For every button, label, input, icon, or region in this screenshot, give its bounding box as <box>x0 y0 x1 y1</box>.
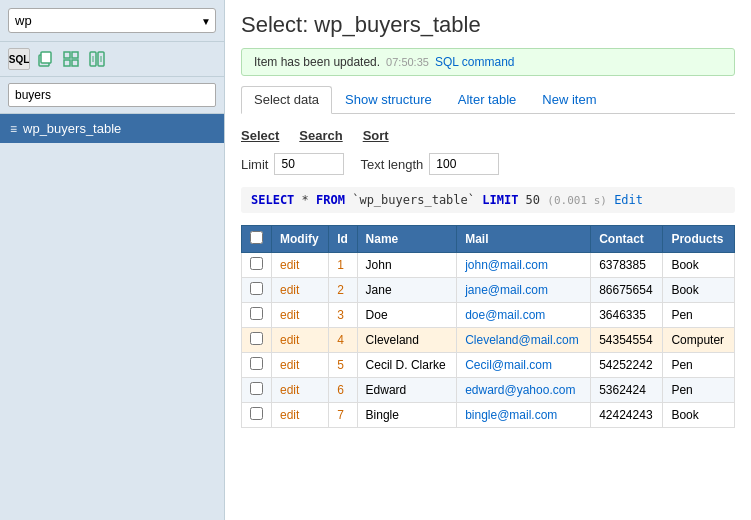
header-contact: Contact <box>591 226 663 253</box>
row-products: Book <box>663 253 735 278</box>
row-products: Pen <box>663 378 735 403</box>
success-message-text: Item has been updated. <box>254 55 380 69</box>
tab-new-item[interactable]: New item <box>529 86 609 113</box>
sidebar-top: wp ▼ <box>0 0 224 42</box>
table-row: edit 2 Jane jane@mail.com 86675654 Book <box>242 278 735 303</box>
row-edit-cell: edit <box>272 278 329 303</box>
header-checkbox <box>242 226 272 253</box>
tab-alter-table[interactable]: Alter table <box>445 86 530 113</box>
row-name: Cleveland <box>357 328 457 353</box>
row-id: 5 <box>329 353 357 378</box>
limit-input[interactable] <box>274 153 344 175</box>
row-name: John <box>357 253 457 278</box>
header-modify: Modify <box>272 226 329 253</box>
table-header-row: Modify Id Name Mail Contact Products <box>242 226 735 253</box>
select-filter-label[interactable]: Select <box>241 128 279 143</box>
table-row: edit 6 Edward edward@yahoo.com 5362424 P… <box>242 378 735 403</box>
header-mail: Mail <box>457 226 591 253</box>
sidebar-item-wp-buyers-table[interactable]: ≡ wp_buyers_table <box>0 114 224 143</box>
mail-link[interactable]: Cleveland@mail.com <box>465 333 579 347</box>
mail-link[interactable]: jane@mail.com <box>465 283 548 297</box>
svg-rect-1 <box>41 52 51 63</box>
row-mail: Cleveland@mail.com <box>457 328 591 353</box>
sql-table-name: `wp_buyers_table` <box>352 193 482 207</box>
page-title: Select: wp_buyers_table <box>241 12 735 38</box>
text-length-input[interactable] <box>429 153 499 175</box>
row-checkbox[interactable] <box>250 407 263 420</box>
row-checkbox[interactable] <box>250 257 263 270</box>
row-id: 1 <box>329 253 357 278</box>
row-id: 3 <box>329 303 357 328</box>
row-mail: doe@mail.com <box>457 303 591 328</box>
edit-link[interactable]: edit <box>280 408 299 422</box>
limit-group: Limit <box>241 153 344 175</box>
edit-link[interactable]: edit <box>280 358 299 372</box>
db-select-wrapper: wp ▼ <box>8 8 216 33</box>
row-products: Pen <box>663 353 735 378</box>
row-name: Jane <box>357 278 457 303</box>
mail-link[interactable]: edward@yahoo.com <box>465 383 575 397</box>
tab-select-data[interactable]: Select data <box>241 86 332 114</box>
sort-filter-label[interactable]: Sort <box>363 128 389 143</box>
row-name: Doe <box>357 303 457 328</box>
row-contact: 3646335 <box>591 303 663 328</box>
edit-link[interactable]: edit <box>280 383 299 397</box>
row-id: 6 <box>329 378 357 403</box>
row-id: 4 <box>329 328 357 353</box>
table-row: edit 5 Cecil D. Clarke Cecil@mail.com 54… <box>242 353 735 378</box>
success-time: 07:50:35 <box>386 56 429 68</box>
edit-link[interactable]: edit <box>280 258 299 272</box>
row-checkbox-cell <box>242 403 272 428</box>
row-contact: 6378385 <box>591 253 663 278</box>
sql-command-link[interactable]: SQL command <box>435 55 515 69</box>
success-banner: Item has been updated. 07:50:35 SQL comm… <box>241 48 735 76</box>
table-search-input[interactable] <box>8 83 216 107</box>
mail-link[interactable]: doe@mail.com <box>465 308 545 322</box>
row-edit-cell: edit <box>272 253 329 278</box>
search-filter-label[interactable]: Search <box>299 128 342 143</box>
row-checkbox[interactable] <box>250 282 263 295</box>
row-checkbox[interactable] <box>250 382 263 395</box>
row-products: Pen <box>663 303 735 328</box>
svg-rect-4 <box>64 60 70 66</box>
edit-link[interactable]: edit <box>280 333 299 347</box>
text-length-group: Text length <box>360 153 499 175</box>
row-contact: 54252242 <box>591 353 663 378</box>
edit-link[interactable]: edit <box>280 283 299 297</box>
sql-icon[interactable]: SQL <box>8 48 30 70</box>
row-checkbox-cell <box>242 328 272 353</box>
row-id: 2 <box>329 278 357 303</box>
row-checkbox-cell <box>242 378 272 403</box>
row-checkbox[interactable] <box>250 307 263 320</box>
svg-rect-5 <box>72 60 78 66</box>
row-checkbox[interactable] <box>250 357 263 370</box>
header-products: Products <box>663 226 735 253</box>
tabs-row: Select data Show structure Alter table N… <box>241 86 735 114</box>
database-select[interactable]: wp <box>8 8 216 33</box>
row-contact: 42424243 <box>591 403 663 428</box>
row-name: Edward <box>357 378 457 403</box>
mail-link[interactable]: Cecil@mail.com <box>465 358 552 372</box>
export-icon[interactable] <box>86 48 108 70</box>
row-contact: 54354554 <box>591 328 663 353</box>
grid-icon[interactable] <box>60 48 82 70</box>
sql-keyword-limit: LIMIT <box>482 193 518 207</box>
mail-link[interactable]: john@mail.com <box>465 258 548 272</box>
edit-link[interactable]: edit <box>280 308 299 322</box>
copy-icon[interactable] <box>34 48 56 70</box>
table-row: edit 4 Cleveland Cleveland@mail.com 5435… <box>242 328 735 353</box>
select-all-checkbox[interactable] <box>250 231 263 244</box>
data-table: Modify Id Name Mail Contact Products edi… <box>241 225 735 428</box>
db-icons-row: SQL <box>0 42 224 77</box>
row-edit-cell: edit <box>272 353 329 378</box>
row-edit-cell: edit <box>272 378 329 403</box>
tab-show-structure[interactable]: Show structure <box>332 86 445 113</box>
table-list: ≡ wp_buyers_table <box>0 114 224 520</box>
row-edit-cell: edit <box>272 403 329 428</box>
row-checkbox[interactable] <box>250 332 263 345</box>
row-checkbox-cell <box>242 253 272 278</box>
sql-edit-link[interactable]: Edit <box>614 193 643 207</box>
limit-label: Limit <box>241 157 268 172</box>
row-edit-cell: edit <box>272 303 329 328</box>
mail-link[interactable]: bingle@mail.com <box>465 408 557 422</box>
